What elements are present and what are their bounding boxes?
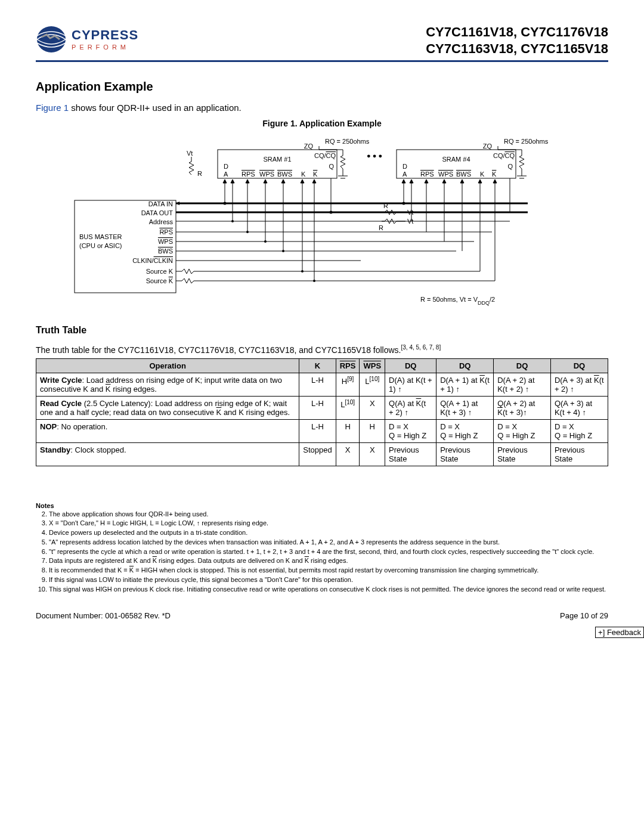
part-numbers: CY7C1161V18, CY7C1176V18 CY7C1163V18, CY… — [426, 24, 608, 57]
svg-text:BWS: BWS — [456, 171, 471, 178]
note-item: It is recommended that K = K = HIGH when… — [49, 566, 608, 575]
figure-link[interactable]: Figure 1 — [36, 103, 69, 113]
svg-point-49 — [301, 270, 304, 272]
svg-text:Q: Q — [507, 163, 513, 170]
svg-text:● ● ●: ● ● ● — [367, 152, 382, 159]
svg-text:CLKIN/CLKIN: CLKIN/CLKIN — [132, 257, 173, 264]
svg-text:R: R — [197, 170, 202, 177]
page-header: CYPRESS PERFORM CY7C1161V18, CY7C1176V18… — [36, 24, 608, 62]
svg-text:R: R — [383, 202, 388, 209]
svg-point-45 — [231, 220, 234, 222]
svg-text:BUS  MASTER: BUS MASTER — [79, 233, 122, 240]
svg-text:A: A — [402, 171, 407, 178]
table-row: Read Cycle (2.5 Cycle Latency): Load add… — [36, 396, 608, 419]
svg-text:K: K — [313, 171, 318, 178]
note-item: X = "Don't Care," H = Logic HIGH, L = Lo… — [49, 519, 608, 528]
col-operation: Operation — [36, 358, 299, 373]
svg-text:SRAM #4: SRAM #4 — [442, 156, 470, 163]
svg-text:Vt: Vt — [407, 218, 413, 225]
page-footer: Document Number: 001-06582 Rev. *D Page … — [36, 611, 608, 620]
svg-point-50 — [313, 280, 315, 282]
svg-text:R: R — [379, 224, 383, 231]
note-item: If this signal was LOW to initiate the p… — [49, 576, 608, 584]
svg-text:Source K: Source K — [146, 268, 174, 275]
svg-text:RQ = 250ohms: RQ = 250ohms — [504, 138, 549, 145]
note-item: Data inputs are registered at K and K ri… — [49, 557, 608, 565]
col-rps: RPS — [336, 358, 360, 373]
section-title: Application Example — [36, 80, 608, 94]
svg-point-0 — [37, 26, 66, 52]
svg-text:Source K: Source K — [146, 277, 174, 284]
table-row: Write Cycle: Load address on rising edge… — [36, 373, 608, 396]
svg-text:WPS: WPS — [259, 171, 274, 178]
svg-text:K: K — [480, 171, 485, 178]
note-item: "t" represents the cycle at which a read… — [49, 548, 608, 556]
feedback-button[interactable]: +] Feedback — [595, 627, 644, 638]
intro-text: Figure 1 shows four QDR-II+ used in an a… — [36, 103, 608, 113]
col-dq4: DQ — [550, 358, 608, 373]
svg-point-42 — [224, 202, 227, 205]
intro-rest: shows four QDR-II+ used in an applicatio… — [69, 103, 242, 113]
svg-text:R = 50ohms, Vt = VDDQ/2: R = 50ohms, Vt = VDDQ/2 — [420, 296, 495, 306]
table-row: Standby: Clock stopped.StoppedXXPrevious… — [36, 442, 608, 466]
svg-text:ZQ: ZQ — [304, 143, 314, 150]
col-k: K — [299, 358, 336, 373]
svg-text:Vt: Vt — [407, 209, 413, 216]
page-number: Page 10 of 29 — [560, 611, 608, 620]
svg-text:D: D — [224, 163, 228, 170]
svg-text:CQ/CQ: CQ/CQ — [493, 152, 515, 159]
svg-text:(CPU or ASIC): (CPU or ASIC) — [79, 242, 122, 249]
svg-text:Vt: Vt — [187, 150, 193, 157]
svg-text:ZQ: ZQ — [483, 143, 493, 150]
svg-text:CQ/CQ: CQ/CQ — [314, 152, 336, 159]
svg-text:SRAM #1: SRAM #1 — [263, 156, 291, 163]
svg-text:Address: Address — [149, 218, 174, 225]
svg-point-47 — [264, 240, 267, 243]
col-wps: WPS — [360, 358, 385, 373]
svg-text:K: K — [301, 171, 306, 178]
parts-line-2: CY7C1163V18, CY7C1165V18 — [426, 41, 608, 57]
svg-text:D: D — [402, 163, 407, 170]
svg-text:BWS: BWS — [158, 247, 173, 255]
truth-table-heading: Truth Table — [36, 325, 608, 336]
svg-point-46 — [246, 231, 249, 233]
notes-list: The above application shows four QDR-II+… — [36, 510, 608, 594]
figure-caption: Figure 1. Application Example — [36, 119, 608, 128]
note-item: This signal was HIGH on previous K clock… — [49, 586, 608, 594]
svg-text:RPS: RPS — [420, 171, 434, 178]
svg-text:RPS: RPS — [242, 171, 255, 178]
globe-icon — [36, 24, 67, 55]
note-item: Device powers up deselected and the outp… — [49, 529, 608, 537]
note-item: "A" represents address location latched … — [49, 538, 608, 547]
notes-heading: Notes — [36, 502, 608, 509]
svg-text:A: A — [224, 171, 228, 178]
svg-text:BWS: BWS — [277, 171, 292, 178]
svg-point-43 — [402, 202, 405, 205]
logo-name: CYPRESS — [72, 29, 138, 42]
svg-text:Q: Q — [329, 163, 334, 170]
svg-text:WPS: WPS — [438, 171, 453, 178]
note-item: The above application shows four QDR-II+… — [49, 510, 608, 519]
table-row: NOP: No operation.L-HHHD = XQ = High ZD … — [36, 419, 608, 442]
col-dq1: DQ — [385, 358, 436, 373]
svg-text:DATA IN: DATA IN — [148, 200, 173, 208]
svg-point-48 — [282, 250, 284, 252]
svg-point-44 — [330, 211, 333, 214]
application-diagram: SRAM #1 ZQ CQ/CQ D A Q RPS WPS BWS K K ●… — [36, 132, 608, 311]
logo: CYPRESS PERFORM — [36, 24, 138, 55]
svg-text:RQ = 250ohms: RQ = 250ohms — [325, 138, 370, 145]
truth-table-intro: The truth table for the CY7C1161V18, CY7… — [36, 344, 608, 355]
truth-table: Operation K RPS WPS DQ DQ DQ DQ Write Cy… — [36, 358, 608, 466]
col-dq3: DQ — [494, 358, 551, 373]
col-dq2: DQ — [436, 358, 494, 373]
svg-text:RPS: RPS — [159, 228, 173, 236]
svg-text:DATA OUT: DATA OUT — [141, 209, 174, 216]
svg-text:WPS: WPS — [158, 238, 173, 245]
logo-tagline: PERFORM — [72, 44, 138, 51]
doc-number: Document Number: 001-06582 Rev. *D — [36, 611, 171, 620]
parts-line-1: CY7C1161V18, CY7C1176V18 — [426, 24, 608, 41]
svg-text:K: K — [492, 171, 497, 178]
